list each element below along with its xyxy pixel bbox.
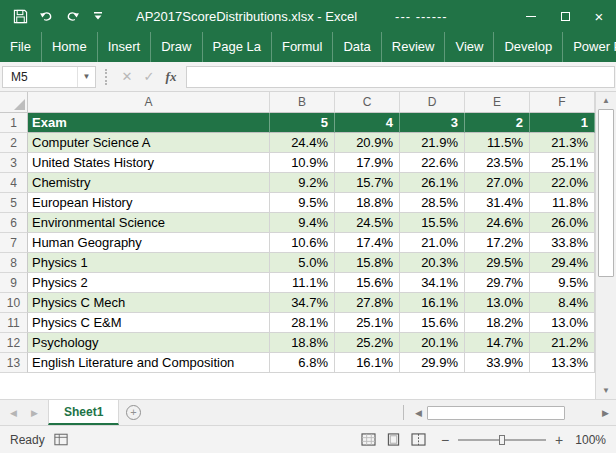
page-break-preview-button[interactable] xyxy=(407,430,429,450)
cell-value[interactable]: 28.5% xyxy=(400,193,465,213)
ribbon-tab-insert[interactable]: Insert xyxy=(98,32,152,62)
vertical-scrollbar[interactable]: ▲ ▼ xyxy=(595,92,616,399)
horizontal-scrollbar[interactable]: ◀ ▶ xyxy=(410,400,614,425)
ribbon-tab-page-la[interactable]: Page La xyxy=(203,32,272,62)
cell-value[interactable]: 15.5% xyxy=(400,213,465,233)
cell-value[interactable]: 20.9% xyxy=(335,133,400,153)
horizontal-scrollbar-thumb[interactable] xyxy=(427,406,565,420)
cell-value[interactable]: 6.8% xyxy=(270,353,335,373)
ribbon-tab-file[interactable]: File xyxy=(0,32,42,62)
row-number-4[interactable]: 4 xyxy=(0,173,28,193)
formula-bar-resize-handle[interactable] xyxy=(105,69,109,85)
row-number-10[interactable]: 10 xyxy=(0,293,28,313)
cell-value[interactable]: 16.1% xyxy=(400,293,465,313)
cell-value[interactable]: 24.4% xyxy=(270,133,335,153)
new-sheet-button[interactable]: + xyxy=(119,400,147,425)
scroll-left-button[interactable]: ◀ xyxy=(410,400,427,425)
cell-value[interactable]: 20.3% xyxy=(400,253,465,273)
cell-value[interactable]: 11.1% xyxy=(270,273,335,293)
cell-value[interactable]: 18.2% xyxy=(465,313,530,333)
cell-exam[interactable]: European History xyxy=(28,193,270,213)
ribbon-tab-draw[interactable]: Draw xyxy=(151,32,202,62)
scroll-down-button[interactable]: ▼ xyxy=(596,382,616,399)
row-number-9[interactable]: 9 xyxy=(0,273,28,293)
cell-exam[interactable]: Environmental Science xyxy=(28,213,270,233)
tab-scrollbar-splitter[interactable] xyxy=(403,405,408,420)
zoom-slider[interactable] xyxy=(458,439,546,441)
horizontal-scrollbar-track[interactable] xyxy=(427,405,597,421)
cell-value[interactable]: 31.4% xyxy=(465,193,530,213)
formula-input[interactable] xyxy=(186,66,615,88)
column-header-b[interactable]: B xyxy=(270,92,335,113)
cell-value[interactable]: 21.3% xyxy=(530,133,595,153)
cell-value[interactable]: 11.8% xyxy=(530,193,595,213)
cell-value[interactable]: 21.0% xyxy=(400,233,465,253)
zoom-slider-thumb[interactable] xyxy=(499,435,505,445)
row-number-7[interactable]: 7 xyxy=(0,233,28,253)
minimize-button[interactable] xyxy=(514,0,548,32)
previous-sheet-button[interactable]: ◀ xyxy=(4,400,23,425)
cell-value[interactable]: 24.6% xyxy=(465,213,530,233)
vertical-scrollbar-thumb[interactable] xyxy=(598,109,614,277)
ribbon-tab-develop[interactable]: Develop xyxy=(494,32,563,62)
row-number-2[interactable]: 2 xyxy=(0,133,28,153)
row-number-12[interactable]: 12 xyxy=(0,333,28,353)
ribbon-tab-view[interactable]: View xyxy=(445,32,494,62)
cell-exam[interactable]: Physics C E&M xyxy=(28,313,270,333)
sheet-tab-sheet1[interactable]: Sheet1 xyxy=(48,400,119,425)
zoom-out-button[interactable]: − xyxy=(439,432,451,448)
zoom-level[interactable]: 100% xyxy=(572,433,606,447)
cell-value[interactable]: 10.6% xyxy=(270,233,335,253)
ribbon-tab-formul[interactable]: Formul xyxy=(272,32,333,62)
cell-value[interactable]: 25.2% xyxy=(335,333,400,353)
column-header-d[interactable]: D xyxy=(400,92,465,113)
cell-value[interactable]: 17.9% xyxy=(335,153,400,173)
zoom-in-button[interactable]: + xyxy=(553,432,565,448)
row-number-6[interactable]: 6 xyxy=(0,213,28,233)
cell-value[interactable]: 5.0% xyxy=(270,253,335,273)
cell-value[interactable]: 26.1% xyxy=(400,173,465,193)
header-cell-exam[interactable]: Exam xyxy=(28,113,270,133)
cell-exam[interactable]: Computer Science A xyxy=(28,133,270,153)
cell-value[interactable]: 22.0% xyxy=(530,173,595,193)
header-cell-score-1[interactable]: 1 xyxy=(530,113,595,133)
select-all-button[interactable] xyxy=(0,92,28,113)
cell-value[interactable]: 33.9% xyxy=(465,353,530,373)
cell-value[interactable]: 29.4% xyxy=(530,253,595,273)
cell-value[interactable]: 26.0% xyxy=(530,213,595,233)
cell-exam[interactable]: Physics 2 xyxy=(28,273,270,293)
cell-value[interactable]: 34.7% xyxy=(270,293,335,313)
cell-value[interactable]: 17.4% xyxy=(335,233,400,253)
header-cell-score-4[interactable]: 4 xyxy=(335,113,400,133)
cell-value[interactable]: 11.5% xyxy=(465,133,530,153)
save-button[interactable] xyxy=(8,4,32,28)
cell-value[interactable]: 29.5% xyxy=(465,253,530,273)
row-number-5[interactable]: 5 xyxy=(0,193,28,213)
cell-value[interactable]: 23.5% xyxy=(465,153,530,173)
customize-quick-access-button[interactable] xyxy=(86,4,110,28)
insert-function-button[interactable]: fx xyxy=(160,66,182,88)
cell-value[interactable]: 25.1% xyxy=(530,153,595,173)
header-cell-score-3[interactable]: 3 xyxy=(400,113,465,133)
row-number-13[interactable]: 13 xyxy=(0,353,28,373)
cell-exam[interactable]: Chemistry xyxy=(28,173,270,193)
cell-value[interactable]: 15.6% xyxy=(400,313,465,333)
cell-value[interactable]: 13.0% xyxy=(530,313,595,333)
ribbon-tab-data[interactable]: Data xyxy=(333,32,381,62)
vertical-scrollbar-track[interactable] xyxy=(596,277,616,382)
cell-value[interactable]: 13.0% xyxy=(465,293,530,313)
cell-value[interactable]: 20.1% xyxy=(400,333,465,353)
cell-value[interactable]: 9.5% xyxy=(530,273,595,293)
cell-exam[interactable]: Human Geography xyxy=(28,233,270,253)
next-sheet-button[interactable]: ▶ xyxy=(25,400,44,425)
cell-value[interactable]: 16.1% xyxy=(335,353,400,373)
record-macro-button[interactable] xyxy=(54,433,68,446)
header-cell-score-2[interactable]: 2 xyxy=(465,113,530,133)
ribbon-tab-review[interactable]: Review xyxy=(382,32,446,62)
cell-value[interactable]: 24.5% xyxy=(335,213,400,233)
cell-value[interactable]: 28.1% xyxy=(270,313,335,333)
cell-value[interactable]: 29.9% xyxy=(400,353,465,373)
ribbon-tab-power-p[interactable]: Power P xyxy=(563,32,616,62)
cell-value[interactable]: 22.6% xyxy=(400,153,465,173)
cell-value[interactable]: 27.0% xyxy=(465,173,530,193)
